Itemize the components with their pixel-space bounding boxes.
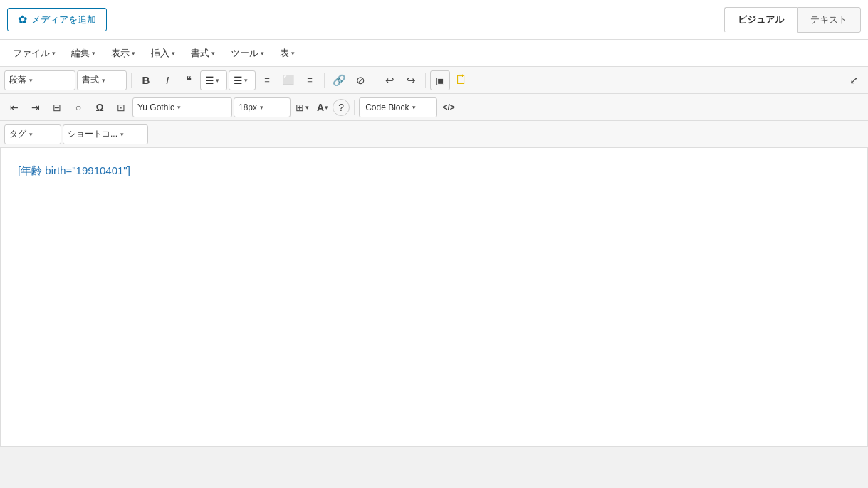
- menu-view[interactable]: 表示 ▾: [104, 44, 142, 63]
- special-char-button[interactable]: Ω: [90, 97, 110, 117]
- tab-visual[interactable]: ビジュアル: [724, 7, 797, 33]
- align-center-button[interactable]: ⬜: [278, 70, 298, 90]
- redo-button[interactable]: ↪: [401, 70, 421, 90]
- size-arrow-icon: ▾: [260, 104, 263, 111]
- lock-button[interactable]: ⊟: [47, 97, 67, 117]
- separator-2: [324, 73, 325, 88]
- menu-file[interactable]: ファイル ▾: [6, 44, 63, 63]
- italic-button[interactable]: I: [157, 70, 177, 90]
- separator-4: [425, 73, 426, 88]
- format-arrow-icon: ▾: [102, 77, 105, 84]
- outdent-button[interactable]: ⇤: [4, 97, 24, 117]
- numbered-list-icon: ☰: [234, 75, 243, 86]
- view-arrow-icon: ▾: [132, 50, 135, 57]
- toolbar-row-1: 段落 ▾ 書式 ▾ B I ❝ ☰ ▾ ☰ ▾ ≡ ⬜ ≡ 🔗 ⊘ ↩ ↪ ▣ …: [0, 67, 868, 94]
- add-media-button[interactable]: ✿ メディアを追加: [7, 8, 107, 31]
- view-tabs: ビジュアル テキスト: [724, 7, 861, 33]
- note-button[interactable]: 🗒: [451, 70, 471, 90]
- menu-tools[interactable]: ツール ▾: [224, 44, 271, 63]
- toolbar-row-2: ⇤ ⇥ ⊟ ○ Ω ⊡ Yu Gothic ▾ 18px ▾ ⊞ ▾ A ▾ ?…: [0, 94, 868, 121]
- bold-button[interactable]: B: [136, 70, 156, 90]
- text-color-icon: A: [317, 102, 324, 113]
- hr-button[interactable]: ⊡: [111, 97, 131, 117]
- eraser-button[interactable]: ○: [68, 97, 88, 117]
- text-color-button[interactable]: A ▾: [314, 97, 331, 117]
- table-icon: ⊞: [296, 102, 304, 113]
- shortcode-select[interactable]: ショートコ... ▾: [63, 124, 148, 144]
- shortcode-arrow-icon: ▾: [120, 131, 124, 138]
- code-button[interactable]: </>: [439, 97, 459, 117]
- format-arrow-icon: ▾: [211, 50, 215, 57]
- menu-edit[interactable]: 編集 ▾: [64, 44, 103, 63]
- fullscreen-button[interactable]: ⤢: [844, 70, 864, 90]
- codeblock-arrow-icon: ▾: [412, 104, 416, 111]
- add-media-label: メディアを追加: [31, 14, 96, 26]
- separator-5: [354, 100, 355, 115]
- edit-arrow-icon: ▾: [92, 50, 95, 57]
- tag-select[interactable]: タグ ▾: [4, 124, 61, 144]
- numbered-list-arrow-icon: ▾: [244, 77, 248, 84]
- table-arrow-icon: ▾: [305, 104, 309, 111]
- editor-area[interactable]: [年齢 birth="19910401"]: [0, 148, 868, 447]
- undo-button[interactable]: ↩: [380, 70, 399, 90]
- unlink-button[interactable]: ⊘: [350, 70, 370, 90]
- top-bar: ✿ メディアを追加 ビジュアル テキスト: [0, 0, 868, 40]
- numbered-list-select[interactable]: ☰ ▾: [229, 70, 256, 90]
- wordpress-icon: ✿: [18, 13, 27, 26]
- tab-text[interactable]: テキスト: [797, 7, 861, 33]
- table-arrow-icon: ▾: [291, 50, 295, 57]
- indent-button[interactable]: ⇥: [26, 97, 46, 117]
- font-arrow-icon: ▾: [177, 104, 181, 111]
- wp-special-button[interactable]: ▣: [430, 70, 450, 90]
- bullet-list-arrow-icon: ▾: [216, 77, 219, 84]
- link-button[interactable]: 🔗: [329, 70, 349, 90]
- editor-content[interactable]: [年齢 birth="19910401"]: [18, 162, 850, 179]
- paragraph-arrow-icon: ▾: [29, 77, 33, 84]
- menu-table[interactable]: 表 ▾: [273, 44, 302, 63]
- code-block-select[interactable]: Code Block ▾: [359, 97, 437, 117]
- toolbar-row-3: タグ ▾ ショートコ... ▾: [0, 121, 868, 148]
- separator-3: [375, 73, 375, 88]
- table-button[interactable]: ⊞ ▾: [292, 97, 313, 117]
- font-select[interactable]: Yu Gothic ▾: [132, 97, 232, 117]
- bullet-list-select[interactable]: ☰ ▾: [200, 70, 227, 90]
- align-right-button[interactable]: ≡: [300, 70, 320, 90]
- separator-1: [131, 73, 132, 88]
- color-arrow-icon: ▾: [325, 104, 328, 111]
- blockquote-button[interactable]: ❝: [179, 70, 199, 90]
- bullet-list-icon: ☰: [205, 75, 214, 86]
- menu-bar: ファイル ▾ 編集 ▾ 表示 ▾ 挿入 ▾ 書式 ▾ ツール ▾ 表 ▾: [0, 40, 868, 67]
- menu-insert[interactable]: 挿入 ▾: [144, 44, 182, 63]
- format-select[interactable]: 書式 ▾: [77, 70, 127, 90]
- menu-format[interactable]: 書式 ▾: [184, 44, 222, 63]
- paragraph-select[interactable]: 段落 ▾: [4, 70, 75, 90]
- tag-arrow-icon: ▾: [29, 131, 33, 138]
- help-button[interactable]: ?: [333, 99, 350, 116]
- file-arrow-icon: ▾: [52, 50, 56, 57]
- size-select[interactable]: 18px ▾: [234, 97, 291, 117]
- insert-arrow-icon: ▾: [172, 50, 175, 57]
- tools-arrow-icon: ▾: [261, 50, 264, 57]
- align-left-button[interactable]: ≡: [257, 70, 277, 90]
